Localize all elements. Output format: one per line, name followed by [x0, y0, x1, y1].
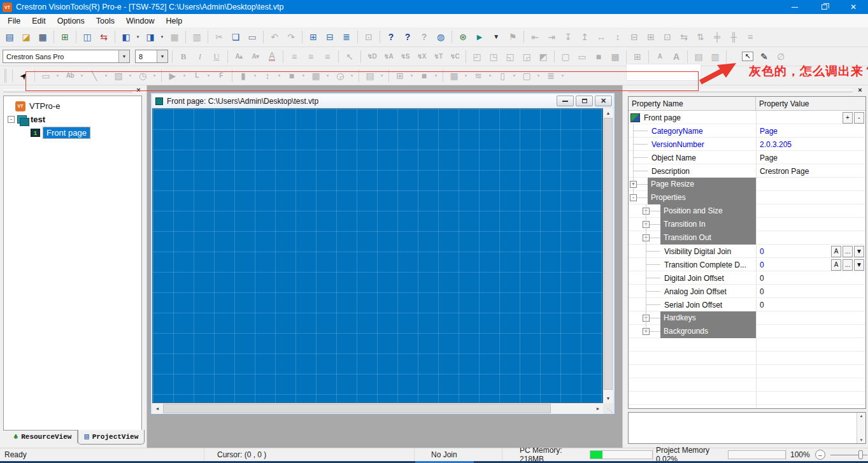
column-property-value[interactable]: Property Value	[756, 97, 865, 110]
property-value-cell[interactable]	[756, 178, 865, 191]
column-property-name[interactable]: Property Name	[629, 97, 756, 110]
property-value-cell[interactable]: Page	[756, 151, 865, 164]
property-name-cell[interactable]: +Transition Out	[629, 231, 756, 245]
restore-button[interactable]	[809, 0, 839, 14]
menu-window[interactable]: Window	[120, 15, 160, 27]
font-size-combo-arrow-icon[interactable]: ▼	[157, 50, 167, 62]
horizontal-scroll-thumb[interactable]	[163, 404, 551, 413]
property-value-cell[interactable]	[756, 191, 865, 204]
help[interactable]: ?	[400, 30, 415, 44]
project-panel-close-button[interactable]: ×	[134, 86, 143, 94]
category-properties[interactable]: Properties	[648, 191, 756, 204]
menu-file[interactable]: File	[2, 15, 26, 27]
property-value-cell[interactable]: 0	[756, 271, 865, 285]
category-hardkeys[interactable]: Hardkeys	[660, 311, 756, 325]
property-name-cell[interactable]: Object Name	[629, 151, 756, 164]
property-name-cell[interactable]: +Backgrounds	[629, 325, 756, 338]
page-view[interactable]: ◨	[143, 30, 158, 44]
properties-window[interactable]: ⊞	[306, 30, 321, 44]
menu-help[interactable]: Help	[160, 15, 188, 27]
expander-position-and-size[interactable]: +	[643, 208, 650, 215]
property-value-cell[interactable]: Crestron Page	[756, 164, 865, 178]
document-restore-button[interactable]	[576, 96, 593, 106]
tab-projectview[interactable]: ▤ ProjectView	[78, 430, 145, 445]
property-name-cell[interactable]: Analog Join Offset	[629, 285, 756, 298]
tree-item-vtpro[interactable]: VTVTPro-e	[5, 99, 140, 113]
document-title-bar[interactable]: Front page: C:\Users\Admin\Desktop\test.…	[152, 94, 613, 108]
panel-view[interactable]: ◧	[118, 30, 134, 44]
expander-transition-out[interactable]: +	[643, 234, 650, 241]
expander-backgrounds[interactable]: +	[643, 328, 650, 335]
property-value-cell[interactable]	[756, 204, 865, 218]
property-value-cell[interactable]	[756, 218, 865, 231]
zoom-out-button[interactable]: –	[815, 450, 825, 460]
value-button-A[interactable]: A	[831, 259, 841, 271]
value-button-+[interactable]: +	[843, 112, 853, 124]
property-name-cell[interactable]: CategoryName	[629, 124, 756, 138]
property-value-cell[interactable]: Page	[756, 124, 865, 138]
expander-properties[interactable]: -	[630, 194, 637, 201]
property-value-cell[interactable]: 0A...▼	[756, 245, 865, 258]
page-canvas[interactable]	[152, 108, 603, 403]
property-name-cell[interactable]: +Hardkeys	[629, 311, 756, 325]
project-panel-gripper[interactable]: ×	[0, 85, 146, 96]
tree-item-test[interactable]: -test	[5, 113, 140, 126]
close-button[interactable]: ✕	[839, 0, 868, 14]
context-help-select[interactable]: ?	[383, 30, 399, 44]
expander-hardkeys[interactable]: +	[643, 315, 650, 322]
convert-project[interactable]: ⇆	[96, 30, 111, 44]
category-backgrounds[interactable]: Backgrounds	[660, 325, 756, 338]
property-value-cell[interactable]: 0	[756, 298, 865, 311]
document-close-button[interactable]: ✕	[595, 96, 612, 106]
paste[interactable]: ▭	[245, 30, 260, 44]
description-scroll-up-icon[interactable]: ▲	[860, 414, 864, 418]
draw-mode[interactable]: ✎	[757, 50, 772, 64]
tab-resourceview[interactable]: ♣ ResourceView	[8, 431, 78, 443]
property-name-cell[interactable]: VersionNumber	[629, 138, 756, 151]
description-scroll-down-icon[interactable]: ▼	[860, 438, 864, 442]
open-project[interactable]: ◪	[18, 30, 34, 44]
property-value-cell[interactable]: 0A...▼	[756, 258, 865, 271]
menu-edit[interactable]: Edit	[26, 15, 52, 27]
test-options-dropdown[interactable]: ▼	[488, 30, 504, 44]
property-value-cell[interactable]	[756, 311, 865, 325]
compile-project[interactable]: ⊛	[455, 30, 471, 44]
scroll-down-button[interactable]: ▼	[603, 394, 613, 403]
vertical-scrollbar[interactable]: ▲ ▼	[603, 108, 613, 403]
property-value-cell[interactable]: 0	[756, 285, 865, 298]
view-project-tree[interactable]: ⊞	[57, 30, 73, 44]
value-button-dropdown[interactable]: ▼	[854, 246, 864, 257]
font-name-combo[interactable]: Crestron Sans Pro▼	[3, 50, 130, 63]
property-name-cell[interactable]: Visibility Digital Join	[629, 245, 756, 258]
property-name-cell[interactable]: Serial Join Offset	[629, 298, 756, 311]
property-name-cell[interactable]: Description	[629, 164, 756, 178]
category-page-resize[interactable]: Page Resize	[648, 178, 756, 191]
expander-transition-in[interactable]: +	[643, 221, 650, 228]
property-value-cell[interactable]	[756, 231, 865, 245]
page-view-dropdown[interactable]: ▾	[159, 30, 166, 44]
property-name-cell[interactable]: Transition Complete D...	[629, 258, 756, 271]
select-mode[interactable]: ↖	[740, 50, 755, 64]
value-button-ellipsis[interactable]: ...	[843, 246, 853, 257]
category-position-and-size[interactable]: Position and Size	[660, 204, 756, 218]
scroll-up-button[interactable]: ▲	[603, 108, 613, 118]
description-scrollbar[interactable]: ▲ ▼	[857, 413, 865, 443]
properties-panel-gripper[interactable]: ×	[623, 85, 868, 96]
tree-expander[interactable]: -	[8, 116, 15, 123]
font-size-combo[interactable]: 8▼	[135, 50, 168, 63]
web-help[interactable]: ◍	[433, 30, 448, 44]
properties-panel-close-button[interactable]: ×	[856, 86, 864, 94]
copy[interactable]: ❏	[228, 30, 243, 44]
upload-to-panel[interactable]: ◫	[80, 30, 95, 44]
new-project[interactable]: ▤	[2, 30, 17, 44]
selection-arrow[interactable]: ➤	[16, 69, 31, 83]
vertical-scroll-thumb[interactable]	[604, 118, 613, 390]
document-minimize-button[interactable]	[557, 96, 574, 106]
test-project[interactable]: ►	[472, 30, 487, 44]
property-name-cell[interactable]: -Properties	[629, 191, 756, 204]
property-name-cell[interactable]: +Transition In	[629, 218, 756, 231]
property-value-cell[interactable]: 2.0.3.205	[756, 138, 865, 151]
menu-tools[interactable]: Tools	[90, 15, 120, 27]
scroll-left-button[interactable]: ◄	[152, 403, 162, 414]
resize-grip[interactable]: ⋱	[603, 403, 613, 414]
